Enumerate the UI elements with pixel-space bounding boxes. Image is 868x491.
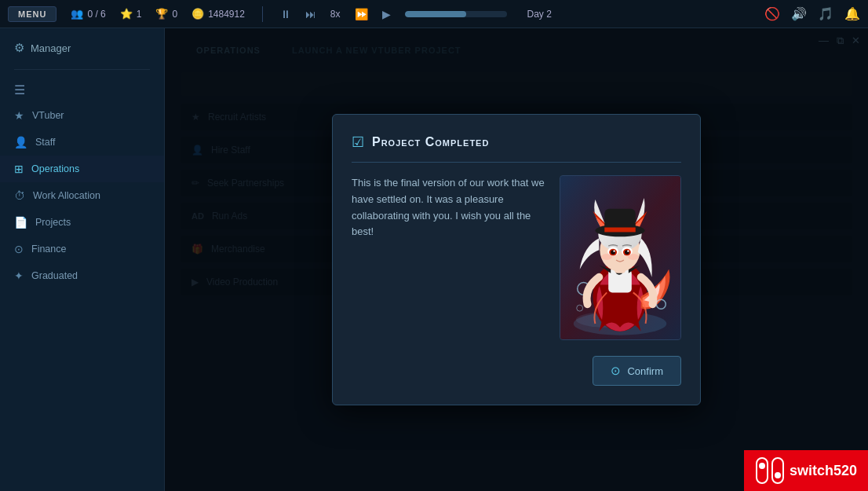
projects-icon: 📄 [14, 216, 27, 229]
modal-overlay: ☑ Project Completed This is the final ve… [165, 28, 868, 491]
svg-point-21 [601, 254, 612, 260]
modal-body: This is the final version of our work th… [352, 175, 681, 340]
manager-label: Manager [31, 42, 71, 54]
sidebar-item-graduated[interactable]: ✦ Graduated [0, 262, 164, 289]
staff-icon: 👤 [14, 136, 27, 148]
project-completed-modal: ☑ Project Completed This is the final ve… [332, 114, 701, 405]
confirm-button[interactable]: ⊙ Confirm [593, 356, 681, 386]
speed-display[interactable]: 8x [330, 9, 341, 20]
content-area: OPERATIONS LAUNCH A NEW VTUBER PROJECT ★… [165, 28, 868, 491]
sidebar-item-finance[interactable]: ⊙ Finance [0, 236, 164, 262]
operations-icon: ⊞ [14, 163, 24, 175]
play-icon[interactable]: ▶ [382, 8, 391, 20]
sidebar-item-work-allocation[interactable]: ⏱ Work Allocation [0, 182, 164, 209]
svg-rect-12 [604, 228, 635, 233]
stars-display: ⭐ 1 [120, 8, 142, 20]
modal-header: ☑ Project Completed [352, 134, 681, 151]
sidebar-item-operations[interactable]: ⊞ Operations [0, 156, 164, 182]
confirm-label: Confirm [627, 365, 663, 377]
switch-logo-svg [755, 455, 785, 486]
modal-check-icon: ☑ [352, 134, 364, 151]
followers-display: 👥 0 / 6 [71, 8, 105, 20]
manager-section: ⚙ Manager [0, 41, 164, 66]
music-icon[interactable]: 🎵 [818, 6, 833, 21]
graduated-icon: ✦ [14, 269, 24, 282]
topbar-right-icons: 🚫 🔊 🎵 🔔 [764, 6, 860, 21]
switch-badge: switch520 [744, 450, 868, 491]
hamburger-icon[interactable]: ☰ [0, 78, 164, 102]
manager-icon: ⚙ [14, 41, 24, 55]
artwork-svg [560, 176, 680, 339]
followers-icon: 👥 [71, 8, 83, 20]
projects-label: Projects [35, 217, 71, 228]
eye-slash-icon[interactable]: 🚫 [764, 6, 780, 21]
topbar: MENU 👥 0 / 6 ⭐ 1 🏆 0 🪙 1484912 ⏸ ⏭ 8x ⏩ … [0, 0, 868, 28]
vtuber-label: VTuber [32, 110, 64, 121]
coins-display: 🪙 1484912 [191, 8, 245, 20]
svg-point-19 [613, 250, 615, 251]
progress-bar [405, 11, 507, 17]
star-icon: ⭐ [120, 8, 133, 20]
finance-icon: ⊙ [14, 243, 24, 255]
staff-label: Staff [35, 137, 55, 148]
sidebar-item-staff[interactable]: 👤 Staff [0, 129, 164, 156]
bell-icon[interactable]: 🔔 [844, 6, 860, 21]
day-display: Day 2 [527, 9, 552, 20]
work-allocation-icon: ⏱ [14, 189, 25, 202]
operations-label: Operations [31, 163, 79, 174]
progress-fill [405, 11, 466, 17]
sidebar-item-projects[interactable]: 📄 Projects [0, 209, 164, 236]
modal-footer: ⊙ Confirm [352, 356, 681, 386]
work-allocation-label: Work Allocation [33, 190, 100, 201]
graduated-label: Graduated [31, 270, 78, 281]
modal-message: This is the final version of our work th… [352, 175, 545, 240]
switch-logo [755, 455, 785, 486]
pause-icon[interactable]: ⏸ [280, 8, 291, 20]
switch-text: switch520 [790, 463, 857, 479]
svg-point-22 [628, 254, 639, 260]
svg-point-27 [759, 463, 765, 469]
fast-forward-icon[interactable]: ⏩ [355, 8, 368, 20]
modal-divider [352, 162, 681, 163]
coin-icon: 🪙 [191, 8, 204, 20]
menu-button[interactable]: MENU [8, 6, 57, 22]
trophy-icon: 🏆 [155, 8, 168, 20]
finance-label: Finance [31, 244, 66, 255]
confirm-icon: ⊙ [611, 364, 621, 378]
separator-1 [262, 6, 263, 22]
step-icon[interactable]: ⏭ [305, 8, 316, 20]
sidebar-item-vtuber[interactable]: ★ VTuber [0, 102, 164, 129]
sidebar: ⚙ Manager ☰ ★ VTuber 👤 Staff ⊞ Operation… [0, 28, 165, 491]
svg-point-29 [775, 472, 781, 478]
modal-artwork [560, 175, 681, 340]
sidebar-divider-1 [14, 69, 150, 70]
volume-icon[interactable]: 🔊 [791, 6, 807, 21]
svg-rect-26 [757, 458, 768, 483]
modal-title: Project Completed [372, 135, 489, 149]
svg-rect-28 [772, 458, 783, 483]
svg-point-20 [627, 250, 629, 251]
trophies-display: 🏆 0 [155, 8, 177, 20]
vtuber-icon: ★ [14, 109, 24, 122]
main-layout: ⚙ Manager ☰ ★ VTuber 👤 Staff ⊞ Operation… [0, 28, 868, 491]
